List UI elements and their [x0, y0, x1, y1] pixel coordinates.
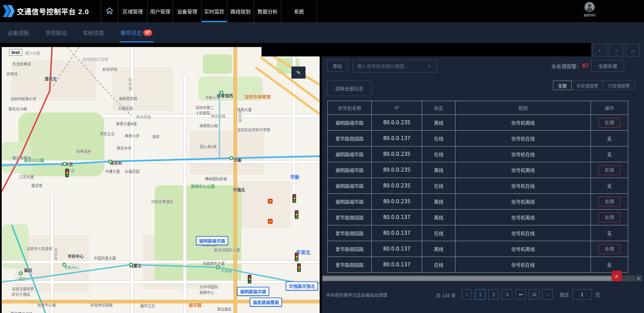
handle-button[interactable]: 处理: [599, 197, 620, 207]
page-button-14[interactable]: 14: [529, 289, 539, 300]
traffic-signal-icon[interactable]: [65, 169, 69, 177]
app-logo-icon: [3, 5, 15, 17]
map-label: 嘉里建设广场: [10, 311, 33, 313]
cell-reason: 信号机在线: [455, 146, 591, 162]
cell-ip: 80.0.0.137: [372, 257, 422, 273]
cell-action: 处理: [591, 241, 628, 257]
nav-item-2[interactable]: 用户管理: [148, 0, 173, 22]
panel-next-button[interactable]: ›: [609, 44, 623, 56]
page-prev-button[interactable]: ‹: [461, 289, 472, 300]
cell-status: 离线: [422, 241, 455, 257]
metro-station-icon: [129, 263, 133, 267]
cell-ip: 80.0.0.235: [372, 178, 422, 194]
cell-name: 爱华路南园路: [328, 241, 372, 257]
cell-status: 离线: [422, 162, 455, 178]
map-test-marker[interactable]: test: [9, 49, 22, 56]
map-label: 体育馆西: [217, 93, 233, 98]
map-label: 华新: [290, 173, 299, 180]
page-next-button[interactable]: ›: [542, 289, 553, 300]
tab-label: 车检信息: [83, 29, 104, 37]
nav-item-4[interactable]: 实时监控: [202, 0, 227, 22]
handle-button[interactable]: 处理: [599, 165, 620, 175]
cell-name: 福明路福华路: [328, 194, 372, 210]
handle-button[interactable]: 处理: [599, 118, 620, 128]
map-road-alarm-label[interactable]: 华强路华强北: [286, 281, 318, 290]
map-label: 深圳中心公园: [191, 183, 215, 189]
traffic-signal-icon[interactable]: [297, 263, 301, 272]
tab-手控联动[interactable]: 手控联动: [45, 22, 67, 43]
cell-name: 爱华路南园路: [328, 257, 372, 273]
nav-item-3[interactable]: 设备管理: [173, 0, 202, 22]
cell-name: 福明路福华路: [328, 146, 372, 162]
map-locate-button[interactable]: ⌕: [612, 271, 622, 281]
map-label: 莲花北74栋: [8, 106, 27, 111]
tab-设备视图[interactable]: 设备视图: [7, 22, 29, 43]
map-label: 展览馆: [31, 183, 42, 188]
filter-全部[interactable]: 全部: [553, 81, 572, 90]
jump-page-input[interactable]: [572, 289, 592, 300]
alarm-filter-group: 全部未处理报警已处理报警: [553, 81, 635, 90]
handle-button[interactable]: 处理: [599, 244, 620, 254]
page-ellipsis-button[interactable]: •••: [515, 289, 526, 300]
tab-事件日志[interactable]: 事件日志67: [120, 22, 152, 43]
nav-item-6[interactable]: 数据分析: [254, 0, 281, 22]
cell-action: 处理: [591, 115, 628, 131]
traffic-signal-icon[interactable]: [295, 210, 298, 219]
panel-prev-button[interactable]: ‹: [593, 44, 607, 56]
map-label: 莲花中学: [117, 145, 131, 151]
map-label: 海璟苑10栋: [199, 123, 218, 128]
nav-item-1[interactable]: 区域管理: [118, 0, 148, 22]
cell-reason: 信号机离线: [455, 194, 591, 210]
search-input[interactable]: [353, 63, 428, 69]
home-icon[interactable]: [101, 0, 118, 22]
map-label: 北环彩田立交桥: [82, 56, 108, 62]
nav-item-5[interactable]: 路线规划: [227, 0, 254, 22]
export-button[interactable]: 导出: [327, 60, 348, 72]
user-menu[interactable]: admin: [579, 1, 600, 21]
tab-车检信息[interactable]: 车检信息: [83, 22, 104, 43]
tab-label: 手控联动: [45, 29, 67, 37]
filter-未处理报警[interactable]: 未处理报警: [572, 81, 603, 90]
traffic-signal-icon[interactable]: [248, 275, 251, 283]
scrollbar-thumb[interactable]: [323, 276, 618, 281]
map-road-alarm-label[interactable]: 福明路福华路: [196, 236, 228, 245]
map-label: 潭淡酒店: [217, 306, 232, 312]
map-label: 莲花立交: [100, 131, 115, 136]
map-label: 中建大厦: [105, 169, 120, 174]
map-label: 市民中心: [68, 253, 84, 259]
filter-已处理报警[interactable]: 已处理报警: [603, 81, 635, 90]
handle-button[interactable]: 处理: [599, 213, 620, 222]
map-canvas[interactable]: test 振兴大厦 ✎ 北环彩田立交桥东龙跆拳道彩田学校京明洋莲花北深圳市新莲小…: [2, 47, 320, 313]
cell-reason: 信号机在线: [455, 131, 591, 146]
panel-expand-button[interactable]: ↔: [626, 44, 640, 56]
search-icon[interactable]: ⌕: [428, 63, 437, 69]
clear-all-logs-button[interactable]: 清除全部日志: [327, 81, 372, 96]
mcdonalds-icon: M: [268, 199, 273, 204]
cell-name: 爱华路南园路: [328, 225, 372, 241]
metro-station-icon: [63, 162, 67, 166]
map-draw-tool-button[interactable]: ✎: [291, 66, 306, 79]
user-name: admin: [579, 12, 600, 17]
map-label: 振兴大厦: [25, 50, 40, 56]
traffic-signal-icon[interactable]: [292, 194, 296, 203]
map-label: 逸庭苑宾馆: [119, 96, 137, 101]
tab-label: 事件日志: [120, 29, 142, 37]
cell-name: 福明路福华路: [328, 162, 372, 178]
page-button-1[interactable]: 1: [475, 289, 485, 300]
scrollbar-right-arrow[interactable]: ▶: [636, 275, 642, 281]
map-label: 福田: [24, 267, 32, 273]
map-road-alarm-label[interactable]: 福明路福华路: [237, 287, 269, 296]
map-label: 天威花园: [118, 105, 133, 111]
page-button-3[interactable]: 3: [502, 289, 512, 300]
sub-tab-bar: 设备视图手控联动车检信息事件日志67: [0, 22, 644, 43]
map-roads: [2, 47, 320, 313]
map-label: 笋岗西路: [136, 114, 151, 120]
cell-reason: 信号机离线: [455, 210, 591, 225]
horizontal-scrollbar[interactable]: [322, 275, 635, 281]
map-road-alarm-label[interactable]: 福星路福景路: [250, 298, 282, 307]
handle-all-button[interactable]: 全部处理: [591, 60, 624, 72]
unhandled-alarm-summary: 未处理报警： 67 全部处理: [551, 60, 642, 72]
nav-item-7[interactable]: 系统: [281, 0, 317, 22]
page-button-2[interactable]: 2: [488, 289, 499, 300]
traffic-signal-icon[interactable]: [295, 253, 298, 261]
